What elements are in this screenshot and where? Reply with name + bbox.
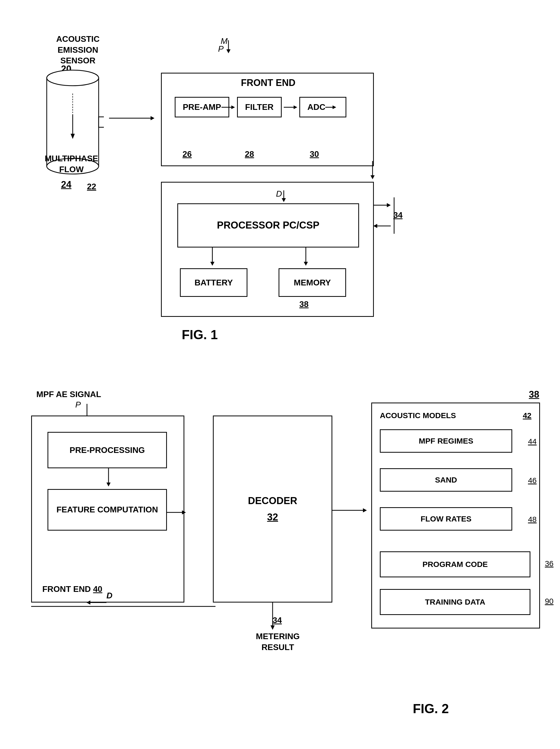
processor-label: PROCESSOR PC/CSP: [177, 204, 359, 248]
decoder-number: 32: [267, 512, 278, 523]
flow-num: 48: [528, 515, 537, 524]
p-label-fig1: P: [218, 44, 223, 54]
sand-num: 46: [528, 476, 537, 485]
svg-point-3: [47, 70, 99, 86]
program-num: 36: [545, 559, 554, 568]
fig1-area: M P ACOUSTIC EMISSION SENSOR 20: [21, 16, 540, 353]
feature-computation-box: FEATURE COMPUTATION: [47, 489, 167, 531]
pipe-number: 22: [87, 182, 96, 191]
fig2-area: MPF AE SIGNAL P PRE-PROCESSING FEATURE C…: [16, 374, 548, 732]
arrow-to-filter: [221, 103, 237, 111]
mem-38-num: 38: [529, 389, 539, 400]
svg-marker-13: [231, 105, 235, 109]
program-code-box: PROGRAM CODE: [380, 551, 531, 577]
feat-to-decoder-arrow: [167, 506, 188, 519]
page: M P ACOUSTIC EMISSION SENSOR 20: [0, 0, 560, 749]
preproc-to-feat-arrow: [102, 468, 115, 489]
proc-to-battery-arrow: [206, 248, 219, 268]
arrow-to-frontend: [109, 113, 161, 123]
decoder-box: DECODER 32: [213, 415, 332, 602]
svg-marker-29: [373, 224, 377, 228]
processor-box: D PROCESSOR PC/CSP BATTERY MEMO: [161, 182, 374, 317]
adc-arrow: [325, 103, 338, 111]
proc-to-memory-arrow: [299, 248, 312, 268]
svg-marker-17: [332, 105, 336, 109]
acoustic-models-label: ACOUSTIC MODELS: [380, 411, 456, 420]
flow-number: 24: [61, 179, 71, 190]
d-label-fig2: D: [106, 591, 112, 600]
decoder-label: DECODER: [248, 495, 297, 507]
sensor-label: ACOUSTIC EMISSION SENSOR: [42, 34, 114, 66]
memory-num-38: 38: [299, 299, 309, 309]
svg-marker-38: [363, 508, 367, 512]
bottom-connection-line: [31, 602, 215, 610]
num-34-fig2: 34: [273, 616, 282, 625]
training-num: 90: [545, 597, 554, 606]
p-label-fig2: P: [75, 400, 81, 410]
frontend-box: FRONT END PRE-AMP FILTER ADC: [161, 73, 374, 166]
flow-rates-box: FLOW RATES: [380, 507, 512, 531]
svg-marker-25: [304, 262, 308, 266]
svg-marker-15: [294, 105, 297, 109]
battery-box: BATTERY: [180, 268, 247, 297]
adc-to-proc-arrow: [366, 161, 379, 182]
adc-box: ADC: [299, 97, 346, 117]
svg-rect-5: [99, 117, 104, 127]
preprocessing-box: PRE-PROCESSING: [47, 432, 167, 468]
svg-marker-34: [106, 483, 111, 487]
mpf-num: 44: [528, 437, 537, 446]
flow-label: MULTIPHASE FLOW: [42, 153, 101, 175]
filter-box: FILTER: [237, 97, 282, 117]
filter-num: 28: [245, 149, 254, 159]
mpf-ae-signal-label: MPF AE SIGNAL: [36, 389, 101, 399]
svg-marker-11: [151, 116, 154, 120]
fig1-label: FIG. 1: [182, 327, 218, 342]
frontend-title: FRONT END: [162, 78, 375, 88]
frontend-outer-box: PRE-PROCESSING FEATURE COMPUTATION FRONT…: [31, 415, 184, 602]
preamp-box: PRE-AMP: [175, 97, 229, 117]
svg-marker-21: [282, 198, 286, 202]
svg-marker-36: [182, 510, 186, 514]
svg-marker-40: [271, 625, 275, 630]
frontend-label-fig2: FRONT END 40: [42, 584, 102, 594]
output-num-34: 34: [393, 210, 403, 220]
decoder-to-memory-arrow: [332, 504, 371, 517]
svg-marker-23: [210, 262, 214, 266]
fig2-label: FIG. 2: [413, 701, 449, 716]
svg-marker-1: [227, 49, 231, 53]
adc-num: 30: [310, 149, 319, 159]
training-data-box: TRAINING DATA: [380, 589, 531, 615]
arrow-to-adc: [284, 103, 299, 111]
memory-box: MEMORY: [279, 268, 346, 297]
sand-box: SAND: [380, 468, 512, 492]
d-arrow: [273, 190, 294, 204]
svg-marker-7: [71, 134, 75, 139]
preamp-num: 26: [182, 149, 192, 159]
mpf-regimes-box: MPF REGIMES: [380, 429, 512, 453]
svg-marker-19: [370, 175, 375, 179]
metering-result: METERING RESULT: [249, 631, 306, 652]
memory-38-box: 38 ACOUSTIC MODELS 42 MPF REGIMES 44 SAN…: [371, 403, 540, 628]
acoustic-num: 42: [523, 411, 532, 420]
